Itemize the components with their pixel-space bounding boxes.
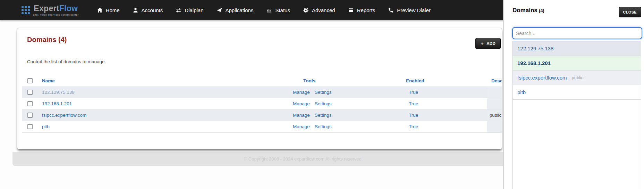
paper-plane-icon (217, 7, 222, 13)
nav-item-applications[interactable]: Applications (217, 7, 254, 13)
nav-item-accounts[interactable]: Accounts (133, 7, 163, 13)
domain-name-link[interactable]: fsipcc.expertflow.com (42, 113, 86, 118)
domain-search-input[interactable] (512, 27, 642, 39)
row-checkbox[interactable] (27, 113, 33, 118)
description-value (487, 121, 502, 132)
plus-icon: + (481, 41, 484, 46)
manage-link[interactable]: Manage (293, 113, 310, 118)
gear-icon (303, 7, 309, 13)
home-icon (97, 7, 103, 13)
nav-item-advanced[interactable]: Advanced (303, 7, 335, 13)
logo-grid-icon (22, 6, 30, 14)
close-button[interactable]: CLOSE (619, 7, 641, 17)
enabled-value: True (405, 121, 487, 132)
manage-link[interactable]: Manage (293, 90, 310, 95)
domain-list-item[interactable]: fsipcc.expertflow.com - public (513, 71, 641, 85)
panel-title: Domains(4) (512, 7, 544, 14)
bar-chart-icon (266, 7, 272, 13)
domain-list-item[interactable]: pitb (513, 85, 641, 100)
domain-list-item-selected[interactable]: 192.168.1.201 (513, 56, 641, 71)
expertflow-logo[interactable]: ExpertFlow chat, voice and video contact… (22, 4, 79, 16)
domains-table-wrap: Name Tools Enabled Description 122.129.7… (22, 75, 502, 133)
enabled-value: True (405, 87, 487, 98)
user-icon (133, 7, 138, 13)
enabled-value: True (405, 109, 487, 121)
column-header-tools: Tools (293, 75, 405, 87)
row-checkbox[interactable] (27, 90, 33, 95)
nav-item-status[interactable]: Status (266, 7, 290, 13)
manage-link[interactable]: Manage (293, 124, 310, 129)
domains-card: Domains (4) + ADD Control the list of do… (17, 28, 502, 149)
copyright-text: © Copyright 2008 - 2024 expertflow.com A… (244, 156, 363, 162)
domain-name-link[interactable]: 192.168.1.201 (42, 101, 72, 106)
nav-item-preview-dialer[interactable]: Preview Dialer (388, 7, 431, 13)
select-all-checkbox[interactable] (27, 78, 33, 83)
manage-link[interactable]: Manage (293, 101, 310, 106)
enabled-value: True (405, 98, 487, 109)
settings-link[interactable]: Settings (315, 124, 332, 129)
table-row: 192.168.1.201 ManageSettings True (22, 98, 502, 109)
row-checkbox[interactable] (27, 124, 33, 129)
add-button[interactable]: + ADD (475, 38, 501, 49)
description-value: public (487, 109, 502, 121)
column-header-name[interactable]: Name (42, 78, 55, 83)
table-row: 122.129.75.138 ManageSettings True (22, 87, 502, 98)
transfer-arrows-icon (176, 7, 181, 13)
settings-link[interactable]: Settings (315, 113, 332, 118)
domain-switcher-panel: Domains(4) CLOSE 122.129.75.138 192.168.… (503, 0, 644, 189)
page-subtitle: Control the list of domains to manage. (27, 59, 106, 64)
settings-link[interactable]: Settings (315, 90, 332, 95)
phone-icon (388, 7, 394, 13)
domain-list: 122.129.75.138 192.168.1.201 fsipcc.expe… (512, 41, 641, 189)
brand-tagline: chat, voice and video contactcenter (33, 13, 79, 16)
settings-link[interactable]: Settings (315, 101, 332, 106)
nav-item-home[interactable]: Home (97, 7, 120, 13)
nav-item-reports[interactable]: Reports (348, 7, 375, 13)
domains-table: Name Tools Enabled Description 122.129.7… (22, 75, 502, 133)
nav-menu: Home Accounts Dialplan Applications Stat… (97, 7, 431, 13)
domain-name-link[interactable]: 122.129.75.138 (42, 90, 75, 95)
column-header-enabled: Enabled (405, 75, 487, 87)
brand-name: ExpertFlow (34, 4, 78, 13)
domain-name-link[interactable]: pitb (42, 124, 50, 129)
page-title: Domains (4) (27, 36, 67, 44)
column-header-description: Description (487, 75, 502, 87)
table-header-row: Name Tools Enabled Description (22, 75, 502, 87)
panel-count: (4) (539, 8, 544, 13)
row-checkbox[interactable] (27, 101, 33, 106)
description-value (487, 98, 502, 109)
nav-item-dialplan[interactable]: Dialplan (176, 7, 203, 13)
table-row: fsipcc.expertflow.com ManageSettings Tru… (22, 109, 502, 121)
book-icon (348, 7, 354, 13)
domain-list-item[interactable]: 122.129.75.138 (513, 41, 641, 56)
table-row: pitb ManageSettings True (22, 121, 502, 132)
description-value (487, 87, 502, 98)
